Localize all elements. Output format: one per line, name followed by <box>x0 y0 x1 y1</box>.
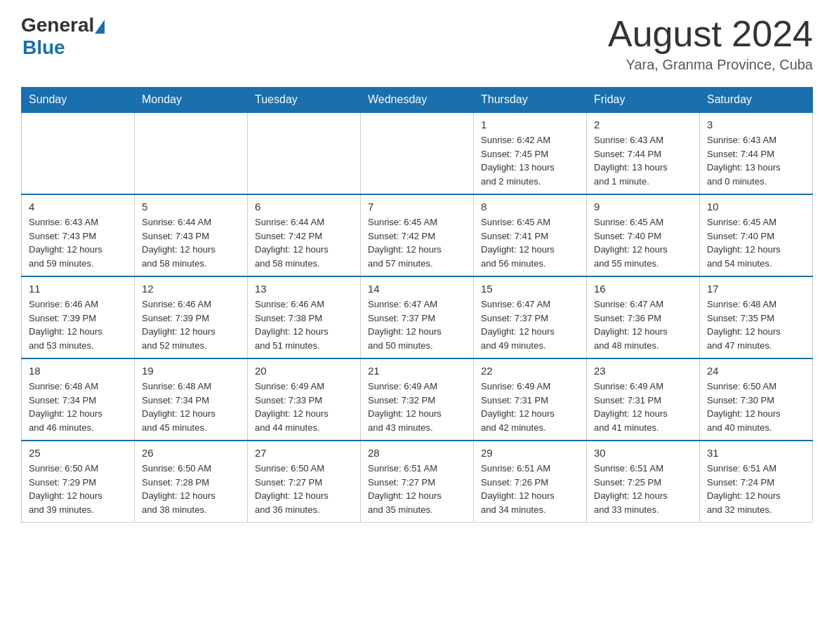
calendar-cell: 31Sunrise: 6:51 AMSunset: 7:24 PMDayligh… <box>700 441 813 523</box>
day-info: Sunrise: 6:50 AMSunset: 7:30 PMDaylight:… <box>707 380 805 434</box>
calendar-cell: 30Sunrise: 6:51 AMSunset: 7:25 PMDayligh… <box>587 441 700 523</box>
calendar-cell: 14Sunrise: 6:47 AMSunset: 7:37 PMDayligh… <box>361 276 474 358</box>
day-info: Sunrise: 6:50 AMSunset: 7:28 PMDaylight:… <box>142 462 240 516</box>
calendar-week-row: 1Sunrise: 6:42 AMSunset: 7:45 PMDaylight… <box>22 112 813 194</box>
day-info: Sunrise: 6:45 AMSunset: 7:40 PMDaylight:… <box>594 215 692 270</box>
calendar-cell: 17Sunrise: 6:48 AMSunset: 7:35 PMDayligh… <box>700 276 813 358</box>
calendar-cell: 10Sunrise: 6:45 AMSunset: 7:40 PMDayligh… <box>700 194 813 276</box>
day-number: 3 <box>707 119 805 130</box>
day-number: 26 <box>142 447 240 459</box>
day-info: Sunrise: 6:46 AMSunset: 7:39 PMDaylight:… <box>29 297 127 352</box>
calendar-cell: 26Sunrise: 6:50 AMSunset: 7:28 PMDayligh… <box>135 441 248 523</box>
day-number: 29 <box>481 447 579 459</box>
day-info: Sunrise: 6:44 AMSunset: 7:42 PMDaylight:… <box>255 215 353 270</box>
calendar-cell: 16Sunrise: 6:47 AMSunset: 7:36 PMDayligh… <box>587 276 700 358</box>
calendar-cell: 25Sunrise: 6:50 AMSunset: 7:29 PMDayligh… <box>22 441 135 523</box>
calendar-cell: 15Sunrise: 6:47 AMSunset: 7:37 PMDayligh… <box>474 276 587 358</box>
day-info: Sunrise: 6:50 AMSunset: 7:27 PMDaylight:… <box>255 462 353 516</box>
calendar-cell: 21Sunrise: 6:49 AMSunset: 7:32 PMDayligh… <box>361 358 474 441</box>
calendar-week-row: 4Sunrise: 6:43 AMSunset: 7:43 PMDaylight… <box>22 194 813 276</box>
day-info: Sunrise: 6:48 AMSunset: 7:35 PMDaylight:… <box>707 297 805 352</box>
calendar-header-row: SundayMondayTuesdayWednesdayThursdayFrid… <box>22 88 813 113</box>
day-number: 8 <box>481 201 579 213</box>
day-info: Sunrise: 6:45 AMSunset: 7:40 PMDaylight:… <box>707 215 805 270</box>
day-number: 4 <box>29 201 127 213</box>
day-info: Sunrise: 6:42 AMSunset: 7:45 PMDaylight:… <box>481 133 579 188</box>
calendar-cell: 6Sunrise: 6:44 AMSunset: 7:42 PMDaylight… <box>248 194 361 276</box>
day-number: 20 <box>255 365 353 377</box>
day-info: Sunrise: 6:51 AMSunset: 7:24 PMDaylight:… <box>707 462 805 516</box>
day-info: Sunrise: 6:49 AMSunset: 7:31 PMDaylight:… <box>481 380 579 434</box>
day-number: 21 <box>368 365 466 377</box>
day-info: Sunrise: 6:49 AMSunset: 7:31 PMDaylight:… <box>594 380 692 434</box>
page-header: General Blue August 2024 Yara, Granma Pr… <box>21 14 813 73</box>
day-info: Sunrise: 6:51 AMSunset: 7:27 PMDaylight:… <box>368 462 466 516</box>
day-info: Sunrise: 6:47 AMSunset: 7:36 PMDaylight:… <box>594 297 692 352</box>
day-info: Sunrise: 6:44 AMSunset: 7:43 PMDaylight:… <box>142 215 240 270</box>
day-info: Sunrise: 6:43 AMSunset: 7:43 PMDaylight:… <box>29 215 127 270</box>
calendar-cell: 8Sunrise: 6:45 AMSunset: 7:41 PMDaylight… <box>474 194 587 276</box>
calendar-cell: 3Sunrise: 6:43 AMSunset: 7:44 PMDaylight… <box>700 112 813 194</box>
day-number: 27 <box>255 447 353 459</box>
day-number: 11 <box>29 283 127 295</box>
day-number: 1 <box>481 119 579 130</box>
day-info: Sunrise: 6:50 AMSunset: 7:29 PMDaylight:… <box>29 462 127 516</box>
calendar-cell: 11Sunrise: 6:46 AMSunset: 7:39 PMDayligh… <box>22 276 135 358</box>
day-number: 7 <box>368 201 466 213</box>
calendar-cell: 12Sunrise: 6:46 AMSunset: 7:39 PMDayligh… <box>135 276 248 358</box>
calendar-cell <box>248 112 361 194</box>
day-info: Sunrise: 6:49 AMSunset: 7:32 PMDaylight:… <box>368 380 466 434</box>
calendar-day-header: Thursday <box>474 88 587 113</box>
logo-blue: Blue <box>22 36 105 59</box>
calendar-day-header: Monday <box>135 88 248 113</box>
day-number: 10 <box>707 201 805 213</box>
day-info: Sunrise: 6:47 AMSunset: 7:37 PMDaylight:… <box>481 297 579 352</box>
day-number: 18 <box>29 365 127 377</box>
day-info: Sunrise: 6:43 AMSunset: 7:44 PMDaylight:… <box>594 133 692 188</box>
day-number: 6 <box>255 201 353 213</box>
location: Yara, Granma Province, Cuba <box>608 57 813 73</box>
day-number: 22 <box>481 365 579 377</box>
calendar-cell: 22Sunrise: 6:49 AMSunset: 7:31 PMDayligh… <box>474 358 587 441</box>
calendar-cell: 13Sunrise: 6:46 AMSunset: 7:38 PMDayligh… <box>248 276 361 358</box>
day-info: Sunrise: 6:49 AMSunset: 7:33 PMDaylight:… <box>255 380 353 434</box>
title-section: August 2024 Yara, Granma Province, Cuba <box>608 14 813 73</box>
calendar-cell <box>135 112 248 194</box>
day-number: 31 <box>707 447 805 459</box>
calendar-cell: 7Sunrise: 6:45 AMSunset: 7:42 PMDaylight… <box>361 194 474 276</box>
day-number: 28 <box>368 447 466 459</box>
calendar-day-header: Friday <box>587 88 700 113</box>
calendar-cell <box>361 112 474 194</box>
day-number: 23 <box>594 365 692 377</box>
day-number: 2 <box>594 119 692 130</box>
day-info: Sunrise: 6:45 AMSunset: 7:41 PMDaylight:… <box>481 215 579 270</box>
day-number: 9 <box>594 201 692 213</box>
calendar-week-row: 18Sunrise: 6:48 AMSunset: 7:34 PMDayligh… <box>22 358 813 441</box>
calendar-cell: 18Sunrise: 6:48 AMSunset: 7:34 PMDayligh… <box>22 358 135 441</box>
day-number: 19 <box>142 365 240 377</box>
calendar-cell: 20Sunrise: 6:49 AMSunset: 7:33 PMDayligh… <box>248 358 361 441</box>
calendar-table: SundayMondayTuesdayWednesdayThursdayFrid… <box>21 87 813 523</box>
calendar-cell: 19Sunrise: 6:48 AMSunset: 7:34 PMDayligh… <box>135 358 248 441</box>
logo-general: General <box>21 14 94 36</box>
day-number: 14 <box>368 283 466 295</box>
day-number: 30 <box>594 447 692 459</box>
day-info: Sunrise: 6:46 AMSunset: 7:38 PMDaylight:… <box>255 297 353 352</box>
calendar-cell <box>22 112 135 194</box>
day-info: Sunrise: 6:47 AMSunset: 7:37 PMDaylight:… <box>368 297 466 352</box>
calendar-cell: 29Sunrise: 6:51 AMSunset: 7:26 PMDayligh… <box>474 441 587 523</box>
day-info: Sunrise: 6:43 AMSunset: 7:44 PMDaylight:… <box>707 133 805 188</box>
calendar-week-row: 25Sunrise: 6:50 AMSunset: 7:29 PMDayligh… <box>22 441 813 523</box>
day-info: Sunrise: 6:51 AMSunset: 7:26 PMDaylight:… <box>481 462 579 516</box>
month-title: August 2024 <box>608 14 813 54</box>
day-number: 24 <box>707 365 805 377</box>
day-info: Sunrise: 6:48 AMSunset: 7:34 PMDaylight:… <box>142 380 240 434</box>
day-number: 16 <box>594 283 692 295</box>
calendar-cell: 1Sunrise: 6:42 AMSunset: 7:45 PMDaylight… <box>474 112 587 194</box>
logo-triangle-icon <box>95 20 105 34</box>
calendar-cell: 4Sunrise: 6:43 AMSunset: 7:43 PMDaylight… <box>22 194 135 276</box>
calendar-cell: 2Sunrise: 6:43 AMSunset: 7:44 PMDaylight… <box>587 112 700 194</box>
day-number: 17 <box>707 283 805 295</box>
day-info: Sunrise: 6:48 AMSunset: 7:34 PMDaylight:… <box>29 380 127 434</box>
day-info: Sunrise: 6:45 AMSunset: 7:42 PMDaylight:… <box>368 215 466 270</box>
